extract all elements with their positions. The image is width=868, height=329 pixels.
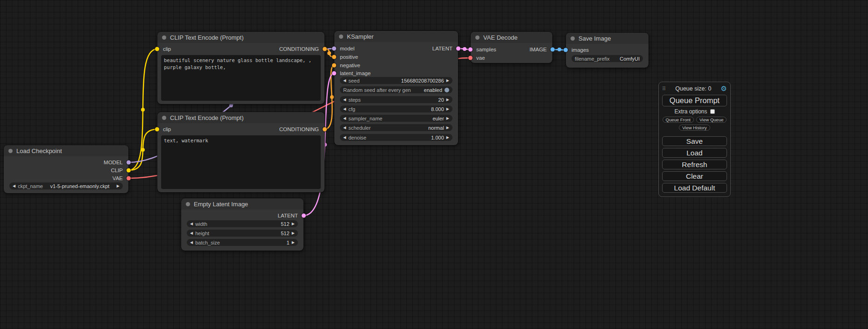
node-graph-canvas[interactable]: Load Checkpoint MODEL CLIP VAE ◀ ckpt_na…	[0, 0, 868, 329]
slot-row: LATENT	[181, 212, 303, 219]
collapse-dot[interactable]	[162, 35, 166, 40]
increment-arrow-icon[interactable]: ▶	[446, 96, 449, 103]
collapse-dot[interactable]	[8, 149, 13, 153]
prompt-textarea[interactable]: beautiful scenery nature glass bottle la…	[161, 55, 321, 101]
clear-button[interactable]: Clear	[662, 171, 727, 181]
view-history-row: View History	[662, 125, 727, 131]
latent-output-dot[interactable]	[456, 47, 460, 51]
clip-input-dot[interactable]	[155, 127, 159, 132]
node-ksampler[interactable]: KSampler model LATENT positive negative …	[334, 31, 458, 145]
width-widget[interactable]: ◀ width 512 ▶	[187, 220, 298, 227]
extra-options-checkbox[interactable]	[710, 109, 715, 114]
decrement-arrow-icon[interactable]: ◀	[343, 115, 346, 122]
node-vae-decode[interactable]: VAE Decode samples IMAGE vae	[471, 32, 552, 63]
node-title-bar[interactable]: CLIP Text Encode (Prompt)	[157, 32, 325, 43]
seed-widget[interactable]: ◀ seed 156680208700286 ▶	[340, 77, 452, 84]
clip-input-dot[interactable]	[155, 47, 159, 51]
conditioning-output-dot[interactable]	[323, 127, 327, 132]
image-output-dot[interactable]	[550, 48, 555, 52]
queue-size-label: Queue size: 0	[666, 85, 720, 92]
slot-row: images	[566, 47, 649, 53]
height-widget[interactable]: ◀ height 512 ▶	[187, 230, 298, 237]
load-default-button[interactable]: Load Default	[662, 183, 727, 193]
save-button[interactable]: Save	[662, 136, 727, 146]
collapse-dot[interactable]	[162, 116, 166, 120]
collapse-dot[interactable]	[475, 35, 480, 40]
queue-prompt-button[interactable]: Queue Prompt	[662, 95, 727, 106]
node-title: CLIP Text Encode (Prompt)	[170, 114, 244, 121]
node-title-bar[interactable]: KSampler	[334, 31, 458, 42]
prompt-textarea[interactable]: text, watermark	[161, 135, 321, 189]
widget-label: Random seed after every gen	[343, 87, 411, 93]
samples-input-dot[interactable]	[468, 48, 473, 52]
vae-output-dot[interactable]	[127, 176, 131, 181]
node-title-bar[interactable]: Empty Latent Image	[181, 198, 303, 210]
increment-arrow-icon[interactable]: ▶	[446, 77, 449, 84]
collapse-dot[interactable]	[186, 202, 190, 206]
model-input-dot[interactable]	[332, 47, 336, 51]
toggle-knob[interactable]	[445, 88, 449, 92]
decrement-arrow-icon[interactable]: ◀	[190, 220, 193, 227]
increment-arrow-icon[interactable]: ▶	[292, 220, 295, 227]
increment-arrow-icon[interactable]: ▶	[446, 115, 449, 122]
node-title-bar[interactable]: VAE Decode	[471, 32, 552, 43]
decrement-arrow-icon[interactable]: ◀	[343, 124, 346, 131]
images-input-dot[interactable]	[564, 48, 568, 52]
increment-arrow-icon[interactable]: ▶	[292, 239, 295, 246]
steps-widget[interactable]: ◀ steps 20 ▶	[340, 96, 452, 103]
cfg-widget[interactable]: ◀ cfg 8.000 ▶	[340, 105, 452, 112]
filename-prefix-widget[interactable]: filename_prefix ComfyUI	[572, 55, 643, 62]
decrement-arrow-icon[interactable]: ◀	[190, 239, 193, 246]
increment-arrow-icon[interactable]: ▶	[446, 124, 449, 131]
drag-handle-icon[interactable]: ⠿	[662, 86, 666, 92]
slot-row: CLIP	[4, 167, 128, 174]
input-slot-label: clip	[163, 126, 171, 133]
collapse-dot[interactable]	[571, 36, 575, 41]
queue-front-button[interactable]: Queue Front	[663, 117, 694, 123]
output-slot-label: CONDITIONING	[279, 126, 319, 133]
node-save-image[interactable]: Save Image images filename_prefix ComfyU…	[566, 33, 649, 68]
refresh-button[interactable]: Refresh	[662, 160, 727, 169]
node-title-bar[interactable]: Load Checkpoint	[4, 145, 128, 156]
decrement-arrow-icon[interactable]: ◀	[343, 105, 346, 112]
decrement-arrow-icon[interactable]: ◀	[343, 96, 346, 103]
vae-input-dot[interactable]	[468, 56, 473, 60]
node-title-bar[interactable]: Save Image	[566, 33, 649, 44]
scheduler-widget[interactable]: ◀ scheduler normal ▶	[340, 124, 452, 131]
load-button[interactable]: Load	[662, 148, 727, 158]
model-output-dot[interactable]	[127, 161, 131, 165]
sampler-name-widget[interactable]: ◀ sampler_name euler ▶	[340, 115, 452, 122]
increment-arrow-icon[interactable]: ▶	[446, 134, 449, 141]
latent-image-input-dot[interactable]	[332, 71, 336, 76]
node-title: Empty Latent Image	[194, 201, 248, 208]
widget-label: seed	[348, 78, 360, 84]
settings-gear-icon[interactable]: ⚙	[721, 84, 727, 93]
decrement-arrow-icon[interactable]: ◀	[343, 77, 346, 84]
view-queue-button[interactable]: View Queue	[696, 117, 727, 123]
node-clip-text-encode-positive[interactable]: CLIP Text Encode (Prompt) clip CONDITION…	[157, 32, 325, 104]
node-clip-text-encode-negative[interactable]: CLIP Text Encode (Prompt) clip CONDITION…	[157, 112, 325, 192]
negative-input-dot[interactable]	[332, 63, 336, 68]
view-history-button[interactable]: View History	[679, 125, 710, 131]
batch-size-widget[interactable]: ◀ batch_size 1 ▶	[187, 239, 298, 246]
clip-output-dot[interactable]	[127, 168, 131, 173]
output-slot-label: IMAGE	[529, 46, 547, 53]
increment-arrow-icon[interactable]: ▶	[117, 182, 120, 189]
positive-input-dot[interactable]	[332, 55, 336, 59]
denoise-widget[interactable]: ◀ denoise 1.000 ▶	[340, 134, 452, 141]
widget-label: scheduler	[348, 125, 371, 131]
random-seed-toggle-widget[interactable]: Random seed after every gen enabled	[340, 86, 452, 93]
ckpt-name-widget[interactable]: ◀ ckpt_name v1-5-pruned-emaonly.ckpt ▶	[9, 182, 123, 189]
collapse-dot[interactable]	[339, 35, 343, 39]
conditioning-output-dot[interactable]	[323, 47, 327, 51]
node-title-bar[interactable]: CLIP Text Encode (Prompt)	[157, 112, 325, 123]
decrement-arrow-icon[interactable]: ◀	[190, 230, 193, 237]
node-load-checkpoint[interactable]: Load Checkpoint MODEL CLIP VAE ◀ ckpt_na…	[4, 145, 128, 193]
slot-row: vae	[471, 55, 552, 61]
node-empty-latent-image[interactable]: Empty Latent Image LATENT ◀ width 512 ▶ …	[181, 198, 303, 251]
decrement-arrow-icon[interactable]: ◀	[13, 182, 15, 189]
decrement-arrow-icon[interactable]: ◀	[343, 134, 346, 141]
increment-arrow-icon[interactable]: ▶	[292, 230, 295, 237]
latent-output-dot[interactable]	[302, 214, 306, 218]
increment-arrow-icon[interactable]: ▶	[446, 105, 449, 112]
